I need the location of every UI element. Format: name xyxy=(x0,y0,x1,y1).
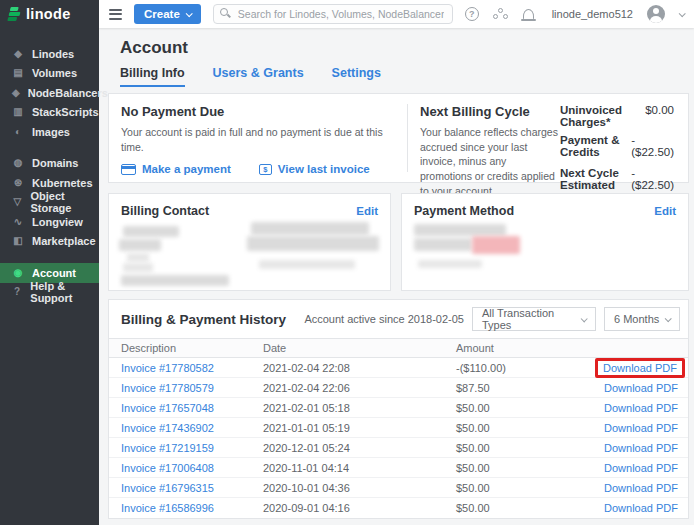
invoice-icon: $ xyxy=(259,164,272,175)
search-input[interactable] xyxy=(213,4,453,24)
globe-icon: ◍ xyxy=(12,158,24,168)
table-row: Invoice #17219159 2020-12-01 05:24 $50.0… xyxy=(109,438,688,458)
next-billing-cycle-section: Next Billing Cycle Your balance reflects… xyxy=(408,94,560,182)
time-range-select[interactable]: 6 Months xyxy=(604,307,680,331)
sidebar-item-stackscripts[interactable]: ▥ StackScripts xyxy=(0,103,99,123)
charge-label: Payment & Credits xyxy=(560,134,631,158)
billing-summary-panel: No Payment Due Your account is paid in f… xyxy=(108,93,689,183)
sidebar-item-longview[interactable]: ∿ Longview xyxy=(0,212,99,232)
redacted-contact-line xyxy=(123,263,153,272)
topbar: Create ? linode_demo512 xyxy=(99,0,694,28)
marketplace-icon: ◧ xyxy=(12,236,24,246)
view-last-invoice-label: View last invoice xyxy=(278,163,370,175)
search-bar xyxy=(213,4,453,24)
sidebar-item-object-storage[interactable]: ▽ Object Storage xyxy=(0,193,99,213)
invoice-amount: $50.00 xyxy=(456,462,586,474)
table-row: Invoice #16796315 2020-10-01 04:36 $50.0… xyxy=(109,478,688,498)
hamburger-menu-icon[interactable] xyxy=(107,5,124,24)
column-date: Date xyxy=(263,342,456,354)
invoice-link[interactable]: Invoice #17780579 xyxy=(121,382,214,394)
invoice-date: 2020-09-01 04:16 xyxy=(263,502,456,514)
download-pdf-link[interactable]: Download PDF xyxy=(604,462,678,474)
credit-card-icon xyxy=(121,164,136,175)
charge-label: Uninvoiced Charges* xyxy=(560,104,645,128)
sidebar-item-help-support[interactable]: ? Help & Support xyxy=(0,283,99,303)
avatar[interactable] xyxy=(647,5,665,23)
invoice-date: 2020-10-01 04:36 xyxy=(263,482,456,494)
image-icon: ◐ xyxy=(12,127,24,137)
uninvoiced-charges-row: Uninvoiced Charges* $0.00 xyxy=(560,104,674,128)
sidebar: linode ◆ Linodes ▤ Volumes ◈ NodeBalance… xyxy=(0,0,99,525)
download-pdf-link[interactable]: Download PDF xyxy=(604,402,678,414)
notifications-bell-icon[interactable] xyxy=(523,9,534,19)
redacted-contact-line xyxy=(119,239,161,251)
table-row: Invoice #17657048 2021-02-01 05:18 $50.0… xyxy=(109,398,688,418)
sidebar-item-domains[interactable]: ◍ Domains xyxy=(0,154,99,174)
sidebar-item-volumes[interactable]: ▤ Volumes xyxy=(0,64,99,84)
sidebar-item-label: Kubernetes xyxy=(32,177,93,189)
nodebalancer-icon: ◈ xyxy=(12,88,20,98)
view-last-invoice-link[interactable]: $ View last invoice xyxy=(259,163,370,175)
charge-value: -($22.50) xyxy=(631,134,674,158)
download-pdf-link[interactable]: Download PDF xyxy=(604,382,678,394)
invoice-link[interactable]: Invoice #17436902 xyxy=(121,422,214,434)
redacted-card-logo xyxy=(472,236,520,254)
transaction-type-select[interactable]: All Transaction Types xyxy=(472,307,596,331)
pulse-icon: ∿ xyxy=(12,217,24,227)
tab-users-grants[interactable]: Users & Grants xyxy=(213,66,304,87)
edit-payment-method-link[interactable]: Edit xyxy=(654,205,676,217)
sidebar-item-label: Longview xyxy=(32,216,83,228)
create-button[interactable]: Create xyxy=(134,4,201,24)
download-pdf-link[interactable]: Download PDF xyxy=(604,502,678,514)
community-icon[interactable] xyxy=(493,8,509,20)
help-icon[interactable]: ? xyxy=(465,7,479,21)
tab-settings[interactable]: Settings xyxy=(332,66,381,87)
billing-history-panel: Billing & Payment History Account active… xyxy=(108,299,689,519)
bucket-icon: ▽ xyxy=(12,197,23,207)
charges-summary: Uninvoiced Charges* $0.00 Payment & Cred… xyxy=(560,94,688,182)
linode-icon: ◆ xyxy=(12,49,24,59)
column-amount: Amount xyxy=(456,342,586,354)
invoice-link[interactable]: Invoice #17219159 xyxy=(121,442,214,454)
sidebar-item-label: Images xyxy=(32,126,70,138)
download-pdf-link[interactable]: Download PDF xyxy=(603,362,677,374)
sidebar-item-label: StackScripts xyxy=(32,106,99,118)
charge-value: $0.00 xyxy=(645,104,674,128)
tab-billing-info[interactable]: Billing Info xyxy=(120,66,185,87)
billing-history-title: Billing & Payment History xyxy=(121,312,304,327)
sidebar-nav: ◆ Linodes ▤ Volumes ◈ NodeBalancers ▥ St… xyxy=(0,44,99,302)
payment-method-title: Payment Method xyxy=(414,204,514,218)
no-payment-due-body: Your account is paid in full and no paym… xyxy=(121,125,395,154)
page-title: Account xyxy=(120,38,694,58)
invoice-link[interactable]: Invoice #17657048 xyxy=(121,402,214,414)
sidebar-item-linodes[interactable]: ◆ Linodes xyxy=(0,44,99,64)
chevron-down-icon xyxy=(665,315,672,322)
download-pdf-link[interactable]: Download PDF xyxy=(604,482,678,494)
download-pdf-link[interactable]: Download PDF xyxy=(604,422,678,434)
invoice-link[interactable]: Invoice #16586996 xyxy=(121,502,214,514)
download-pdf-link[interactable]: Download PDF xyxy=(604,442,678,454)
sidebar-item-label: NodeBalancers xyxy=(28,87,108,99)
kubernetes-icon: ⊛ xyxy=(12,178,24,188)
invoice-link[interactable]: Invoice #17006408 xyxy=(121,462,214,474)
edit-billing-contact-link[interactable]: Edit xyxy=(356,205,378,217)
linode-logo-icon xyxy=(7,7,21,21)
payment-credits-row: Payment & Credits -($22.50) xyxy=(560,134,674,158)
sidebar-item-marketplace[interactable]: ◧ Marketplace xyxy=(0,232,99,252)
make-payment-label: Make a payment xyxy=(142,163,231,175)
billing-contact-card: Billing Contact Edit xyxy=(108,193,391,291)
sidebar-item-label: Volumes xyxy=(32,67,77,79)
sidebar-item-nodebalancers[interactable]: ◈ NodeBalancers xyxy=(0,83,99,103)
invoice-date: 2021-01-01 05:19 xyxy=(263,422,456,434)
account-menu-chevron-icon[interactable] xyxy=(679,10,686,17)
invoice-amount: $50.00 xyxy=(456,442,586,454)
invoice-link[interactable]: Invoice #16796315 xyxy=(121,482,214,494)
make-payment-link[interactable]: Make a payment xyxy=(121,163,231,175)
sidebar-item-images[interactable]: ◐ Images xyxy=(0,122,99,142)
table-header: Description Date Amount xyxy=(109,338,688,358)
no-payment-due-section: No Payment Due Your account is paid in f… xyxy=(109,94,407,182)
linode-logo[interactable]: linode xyxy=(0,0,99,28)
invoice-date: 2021-02-01 05:18 xyxy=(263,402,456,414)
invoice-link[interactable]: Invoice #17780582 xyxy=(121,362,214,374)
redacted-contact-line xyxy=(127,253,149,262)
